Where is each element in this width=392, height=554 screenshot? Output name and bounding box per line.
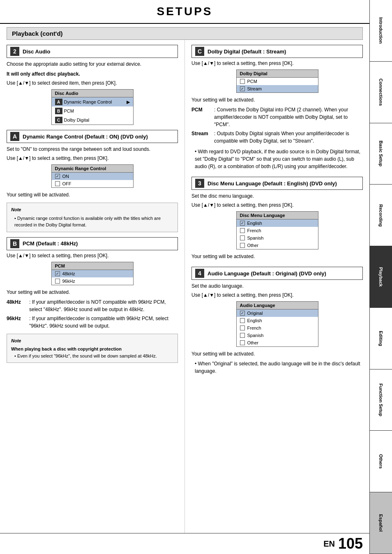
- disc-menu-french-label: French: [247, 228, 261, 233]
- pcm-menu: PCM 48kHz 96kHz: [51, 262, 134, 285]
- disc-menu-french-row[interactable]: French: [237, 227, 318, 234]
- disc-audio-item-pcm: PCM: [64, 108, 74, 113]
- audio-other-cb[interactable]: [240, 340, 245, 345]
- audio-french-label: French: [247, 325, 261, 330]
- page-number-area: EN 105: [323, 535, 363, 552]
- drc-off-checkbox[interactable]: [55, 181, 60, 186]
- desc-96khz-label: 96kHz: [7, 315, 29, 330]
- section-header: Playback (cont'd): [7, 27, 363, 40]
- disc-menu-english-cb[interactable]: [240, 221, 245, 226]
- disc-audio-menu-title: Disc Audio: [52, 90, 133, 97]
- sectionC-letter: C: [195, 47, 204, 56]
- dolby-pcm-label: PCM: [247, 79, 257, 84]
- drc-on-checkbox[interactable]: [55, 174, 60, 179]
- dolby-pcm-row[interactable]: PCM: [237, 78, 318, 85]
- sectionA-header: A Dynamic Range Control (Default : ON) (…: [7, 130, 178, 143]
- sectionC-header: C Dolby Digital (Default : Stream): [191, 45, 363, 58]
- sectionC-note: • With regard to DVD playback, if the au…: [195, 148, 363, 170]
- drc-menu-title: Dynamic Range Control: [52, 165, 133, 173]
- sidebar-editing: Editing: [370, 308, 392, 369]
- section3-title: Disc Menu Language (Default : English) (…: [208, 180, 337, 187]
- dolby-stream-label: Stream: [247, 86, 262, 91]
- sectionB-letter: B: [10, 239, 19, 248]
- desc-stream-label: Stream: [191, 130, 214, 145]
- audio-spanish-cb[interactable]: [240, 333, 245, 338]
- audio-other-label: Other: [247, 340, 259, 345]
- sidebar-espanol: Español: [370, 492, 392, 554]
- section2-header: 2 Disc Audio: [7, 45, 178, 58]
- disc-menu-other-cb[interactable]: [240, 243, 245, 248]
- disc-menu-spanish-row[interactable]: Spanish: [237, 234, 318, 242]
- audio-original-row[interactable]: Original: [237, 309, 318, 317]
- desc-96khz-text: : If your amplifier/decoder is compatibl…: [29, 315, 178, 330]
- disc-audio-row-c[interactable]: C Dolby Digital: [52, 115, 133, 125]
- note2-bold: When playing back a disc with copyright …: [11, 346, 173, 353]
- desc-48khz-label: 48kHz: [7, 298, 29, 313]
- audio-english-cb[interactable]: [240, 318, 245, 323]
- sectionA-title: Dynamic Range Control (Default : ON) (DV…: [23, 134, 148, 140]
- pcm-48khz-checkbox[interactable]: [55, 271, 60, 276]
- section3-number: 3: [195, 179, 204, 188]
- sectionA-intro: Set to "ON" to compress the range betwee…: [7, 145, 178, 153]
- page-footer: EN 105: [0, 533, 369, 554]
- row-label-b: B: [55, 108, 62, 114]
- section2-title: Disc Audio: [23, 48, 50, 55]
- drc-off-row[interactable]: OFF: [52, 180, 133, 187]
- dolby-stream-checkbox[interactable]: [240, 86, 245, 91]
- pcm-96khz-row[interactable]: 96kHz: [52, 277, 133, 285]
- audio-spanish-row[interactable]: Spanish: [237, 332, 318, 339]
- desc-48khz-text: : If your amplifier/decoder is NOT compa…: [29, 298, 178, 313]
- sectionC-title: Dolby Digital (Default : Stream): [208, 48, 286, 55]
- section4-note: • When "Original" is selected, the audio…: [195, 360, 363, 375]
- sectionA-instruction: Use [▲/▼] to select a setting, then pres…: [7, 155, 178, 161]
- disc-menu-lang-title: Disc Menu Language: [237, 212, 318, 219]
- sidebar-connections: Connections: [370, 62, 392, 123]
- sidebar-recording: Recording: [370, 185, 392, 246]
- section2-intro1: Choose the appropriate audio setting for…: [7, 60, 178, 68]
- drc-on-label: ON: [62, 174, 69, 179]
- desc-stream-text: : Outputs Dolby Digital signals When you…: [214, 130, 363, 145]
- disc-menu-french-cb[interactable]: [240, 228, 245, 233]
- drc-menu: Dynamic Range Control ON OFF: [51, 164, 134, 188]
- sectionA-activated: Your setting will be activated.: [7, 191, 178, 199]
- row-label-a: A: [55, 99, 62, 105]
- sidebar-playback: Playback: [370, 246, 392, 308]
- en-badge: EN: [323, 539, 335, 549]
- row-label-c: C: [55, 117, 62, 123]
- sectionB-header: B PCM (Default : 48kHz): [7, 237, 178, 250]
- drc-arrow: ▶: [127, 99, 130, 105]
- pcm-96khz-label: 96kHz: [62, 279, 75, 284]
- audio-lang-menu-title: Audio Language: [237, 302, 318, 309]
- disc-menu-english-row[interactable]: English: [237, 219, 318, 227]
- section4-activated: Your setting will be activated.: [191, 350, 363, 358]
- right-sidebar: Introduction Connections Basic Setup Rec…: [369, 0, 392, 554]
- pcm-96khz-checkbox[interactable]: [55, 279, 60, 284]
- drc-on-row[interactable]: ON: [52, 173, 133, 180]
- section3-activated: Your setting will be activated.: [191, 253, 363, 260]
- audio-french-cb[interactable]: [240, 325, 245, 330]
- pcm-menu-title: PCM: [52, 262, 133, 270]
- desc-48khz: 48kHz : If your amplifier/decoder is NOT…: [7, 298, 178, 313]
- pcm-48khz-label: 48kHz: [62, 271, 75, 276]
- dolby-pcm-checkbox[interactable]: [240, 79, 245, 84]
- audio-english-row[interactable]: English: [237, 317, 318, 324]
- dolby-menu: Dolby Digital PCM Stream: [236, 69, 318, 93]
- dolby-stream-row[interactable]: Stream: [237, 85, 318, 92]
- audio-other-row[interactable]: Other: [237, 339, 318, 346]
- disc-audio-row-b[interactable]: B PCM: [52, 106, 133, 115]
- disc-menu-other-label: Other: [247, 243, 259, 248]
- page-number: 105: [338, 535, 363, 552]
- noteA-box: Note • Dynamic range control function is…: [7, 203, 178, 232]
- disc-menu-other-row[interactable]: Other: [237, 242, 318, 249]
- sidebar-function-setup: Function Setup: [370, 369, 392, 431]
- sidebar-introduction: Introduction: [370, 0, 392, 62]
- disc-audio-row-a[interactable]: A Dynamic Range Control ▶: [52, 97, 133, 106]
- sectionA-letter: A: [10, 132, 19, 141]
- disc-menu-spanish-cb[interactable]: [240, 235, 245, 240]
- audio-original-cb[interactable]: [240, 311, 245, 316]
- audio-original-label: Original: [247, 311, 263, 316]
- disc-menu-spanish-label: Spanish: [247, 235, 264, 240]
- section2-instruction: Use [▲/▼] to select desired item, then p…: [7, 80, 178, 86]
- pcm-48khz-row[interactable]: 48kHz: [52, 270, 133, 277]
- audio-french-row[interactable]: French: [237, 324, 318, 332]
